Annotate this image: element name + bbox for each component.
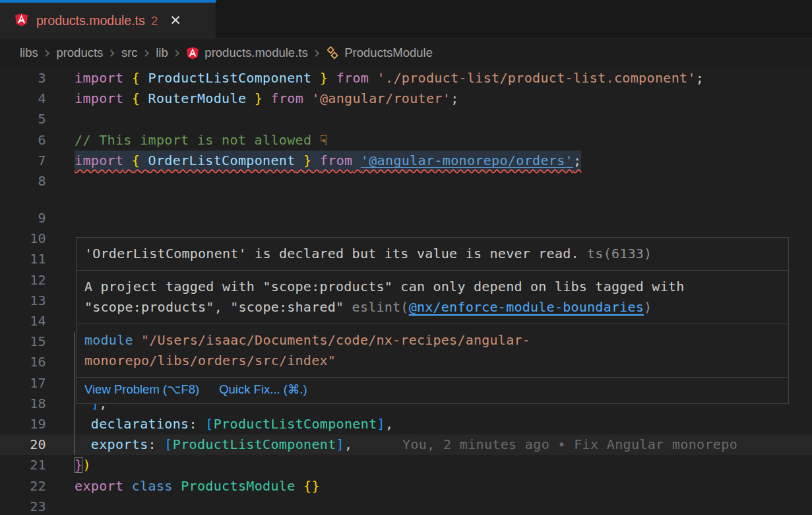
breadcrumb-item-file[interactable]: products.module.ts	[186, 46, 307, 60]
angular-icon	[15, 13, 28, 30]
eslint-source-prefix: eslint(	[344, 299, 408, 315]
view-problem-link[interactable]: View Problem (⌥F8)	[84, 380, 199, 399]
breadcrumb: libs › products › src › lib › products.m…	[0, 40, 812, 66]
line-number[interactable]: 23	[0, 497, 46, 515]
code-line[interactable]: 23	[0, 497, 812, 515]
code-editor[interactable]: 3import { ProductListComponent } from '.…	[0, 66, 812, 515]
git-blame-annotation: You, 2 minutes ago • Fix Angular monorep…	[402, 434, 737, 455]
line-number[interactable]: 16	[0, 352, 46, 372]
line-number[interactable]: 18	[0, 394, 46, 414]
breadcrumb-symbol-label: ProductsModule	[344, 46, 433, 60]
eslint-source-suffix: )	[644, 299, 652, 315]
ts-diagnostic: 'OrderListComponent' is declared but its…	[77, 238, 788, 270]
tab-badge: 2	[151, 14, 158, 28]
line-number[interactable]: 17	[0, 373, 46, 394]
code-line[interactable]: 9	[0, 208, 812, 228]
line-number[interactable]: 6	[0, 130, 46, 151]
module-keyword: module	[84, 332, 133, 348]
line-number[interactable]: 9	[0, 208, 46, 228]
code-line[interactable]: 22export class ProductsModule {}	[0, 476, 812, 497]
module-path-line2: monorepo/libs/orders/src/index"	[84, 351, 780, 371]
line-number[interactable]: 15	[0, 331, 46, 352]
code-text: // This import is not allowed ☟	[75, 130, 328, 151]
close-icon[interactable]: ✕	[170, 14, 181, 28]
vscode-window: products.module.ts 2 ✕ libs › products ›…	[0, 0, 812, 515]
ts-diagnostic-code: ts(6133)	[579, 246, 652, 261]
chevron-right-icon: ›	[109, 45, 115, 61]
line-number[interactable]: 20	[0, 434, 46, 455]
code-line[interactable]: 19 declarations: [ProductListComponent],	[0, 414, 812, 434]
line-number[interactable]: 7	[0, 151, 46, 171]
eslint-message-line2: "scope:products", "scope:shared"	[84, 299, 344, 315]
line-number[interactable]: 3	[0, 68, 46, 88]
code-text: export class ProductsModule {}	[75, 476, 320, 497]
line-number[interactable]: 5	[0, 109, 46, 129]
code-text: import { RouterModule } from '@angular/r…	[75, 88, 459, 109]
breadcrumb-file-label: products.module.ts	[204, 46, 307, 60]
chevron-right-icon: ›	[144, 45, 150, 61]
breadcrumb-item-libs[interactable]: libs	[20, 46, 38, 60]
line-number[interactable]: 8	[0, 171, 46, 191]
tab-label: products.module.ts	[36, 13, 145, 28]
line-number[interactable]: 19	[0, 414, 46, 434]
code-line[interactable]: 6// This import is not allowed ☟	[0, 130, 812, 151]
chevron-right-icon: ›	[44, 45, 51, 61]
breadcrumb-item-src[interactable]: src	[121, 46, 138, 60]
breadcrumb-item-symbol[interactable]: ProductsModule	[326, 46, 433, 60]
code-text: })	[75, 455, 91, 475]
hover-actions: View Problem (⌥F8) Quick Fix... (⌘.)	[77, 377, 788, 403]
module-path-line1: "/Users/isaac/Documents/code/nx-recipes/…	[133, 332, 530, 348]
line-number[interactable]: 13	[0, 291, 46, 311]
eslint-rule-link[interactable]: @nx/enforce-module-boundaries	[409, 299, 644, 315]
tab-products-module[interactable]: products.module.ts 2 ✕	[0, 0, 216, 39]
code-line[interactable]: 7import { OrderListComponent } from '@an…	[0, 151, 812, 171]
module-path-section: module "/Users/isaac/Documents/code/nx-r…	[77, 324, 788, 377]
breadcrumb-item-products[interactable]: products	[56, 46, 103, 60]
chevron-right-icon: ›	[314, 45, 321, 61]
ts-diagnostic-message: 'OrderListComponent' is declared but its…	[84, 246, 579, 261]
line-number[interactable]: 12	[0, 270, 46, 291]
breadcrumb-item-lib[interactable]: lib	[156, 46, 168, 60]
line-number[interactable]: 11	[0, 249, 46, 269]
line-number[interactable]: 14	[0, 311, 46, 331]
code-line[interactable]: 5	[0, 109, 812, 129]
quick-fix-link[interactable]: Quick Fix... (⌘.)	[219, 380, 307, 399]
code-text: declarations: [ProductListComponent],	[75, 414, 393, 434]
class-symbol-icon	[326, 46, 339, 59]
code-text: import { OrderListComponent } from '@ang…	[75, 151, 581, 171]
code-line[interactable]: 8	[0, 171, 812, 191]
line-number[interactable]: 21	[0, 455, 46, 475]
code-line[interactable]: 3import { ProductListComponent } from '.…	[0, 68, 812, 88]
tab-bar: products.module.ts 2 ✕	[0, 0, 812, 39]
eslint-message-line1: A project tagged with "scope:products" c…	[84, 277, 780, 297]
code-line[interactable]: 20 exports: [ProductListComponent],You, …	[0, 434, 812, 455]
code-text: exports: [ProductListComponent],	[75, 434, 352, 455]
eslint-diagnostic: A project tagged with "scope:products" c…	[77, 270, 788, 324]
line-number[interactable]: 10	[0, 228, 46, 249]
hover-widget: 'OrderListComponent' is declared but its…	[76, 237, 789, 404]
angular-icon	[186, 46, 199, 60]
code-line[interactable]: 21})	[0, 455, 812, 475]
code-line[interactable]: 4import { RouterModule } from '@angular/…	[0, 88, 812, 109]
chevron-right-icon: ›	[174, 45, 181, 61]
line-number[interactable]: 22	[0, 476, 46, 497]
line-number[interactable]: 4	[0, 88, 46, 109]
code-text: import { ProductListComponent } from './…	[75, 68, 704, 88]
